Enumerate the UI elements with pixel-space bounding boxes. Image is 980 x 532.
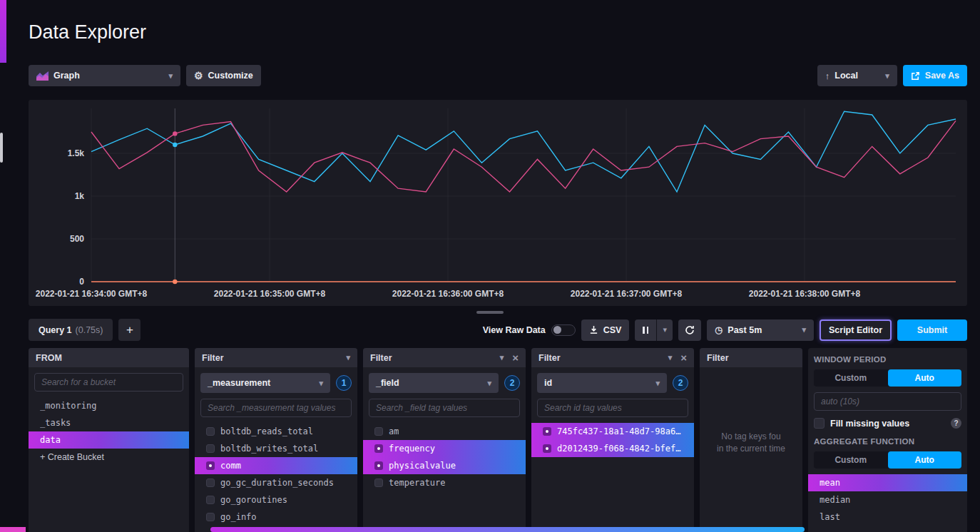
upload-icon: ↑ [825,71,830,81]
query-controls: Query 1 (0.75s) + View Raw Data CSV [29,319,967,341]
script-editor-button[interactable]: Script Editor [820,319,892,341]
refresh-button[interactable] [678,319,701,341]
close-icon[interactable]: × [512,352,519,363]
tag-value-item[interactable]: frequency [363,440,526,457]
function-item[interactable]: last [808,508,967,526]
view-raw-data-toggle[interactable] [551,324,576,336]
create-bucket-button[interactable]: + Create Bucket [29,449,189,466]
pause-icon [643,327,645,334]
from-panel-header: FROM [29,348,189,367]
aggregate-custom-button[interactable]: Custom [814,451,888,469]
scrollbar-thumb[interactable] [210,527,805,532]
list-item-label: boltdb_writes_total [220,444,318,454]
tag-value-item[interactable]: physicalvalue [363,457,526,474]
help-icon[interactable]: ? [951,418,961,429]
bucket-search-input[interactable] [34,373,183,392]
add-query-button[interactable]: + [118,319,141,341]
local-dropdown[interactable]: ↑ Local ▾ [817,65,897,86]
pause-button[interactable] [635,319,656,341]
chevron-down-icon[interactable]: ▾ [500,353,504,362]
list-item-label: mean [820,478,840,488]
tag-key-dropdown[interactable]: _measurement ▾ [200,373,330,393]
fill-missing-values-label: Fill missing values [830,419,945,429]
window-period-input[interactable] [814,392,961,411]
scrollbar-corner-thumb[interactable] [0,527,26,532]
tag-key-dropdown[interactable]: _field ▾ [369,373,499,393]
tag-value-item[interactable]: am [363,423,526,440]
save-as-button[interactable]: Save As [903,65,967,86]
time-range-dropdown[interactable]: ◷ Past 5m ▾ [707,319,814,341]
tag-value-item[interactable]: 745fc437-18a1-48d7-98a6-7… [531,423,694,440]
svg-text:2022-01-21 16:36:00 GMT+8: 2022-01-21 16:36:00 GMT+8 [392,289,504,299]
left-accent-strip [0,0,6,63]
tag-value-list: boltdb_reads_totalboltdb_writes_totalcom… [195,423,357,526]
tag-value-item[interactable]: go_info [195,508,357,526]
filter-panel-id: Filter ▾ × id ▾ 2 745fc437-18a1-48d7-98a… [531,348,694,532]
chevron-down-icon[interactable]: ▾ [346,353,350,362]
bucket-item[interactable]: _monitoring [29,397,189,414]
toggle-knob [553,326,561,334]
query-builder: FROM _monitoring_tasksdata+ Create Bucke… [29,348,967,532]
tag-key-label: _field [376,378,399,388]
local-label: Local [834,71,858,81]
aggregate-auto-button[interactable]: Auto [888,451,962,469]
timeseries-chart[interactable]: 05001k1.5k2022-01-21 16:34:00 GMT+82022-… [29,100,967,306]
list-item-label: data [40,435,61,445]
checkbox-icon [543,427,551,436]
tag-value-item[interactable]: go_goroutines [195,491,357,508]
submit-button[interactable]: Submit [897,319,967,341]
checkbox-icon [206,496,215,504]
tag-key-label: _measurement [208,378,270,388]
customize-label: Customize [208,71,253,81]
tag-key-dropdown[interactable]: id ▾ [537,373,667,393]
tag-value-item[interactable]: boltdb_writes_total [195,440,357,457]
chevron-down-icon: ▾ [655,379,660,388]
pause-dropdown-button[interactable]: ▾ [657,319,673,341]
checkbox-icon [374,461,383,470]
checkbox-icon [206,461,215,470]
bucket-item[interactable]: _tasks [29,414,189,431]
tag-value-item[interactable]: temperature [363,474,526,491]
clock-icon: ◷ [715,324,723,335]
aggregate-function-list: meanmedianlast [808,474,967,526]
function-item[interactable]: median [808,491,967,508]
save-as-label: Save As [925,71,959,81]
tag-value-search-input[interactable] [369,399,520,417]
chart-panel: 05001k1.5k2022-01-21 16:34:00 GMT+82022-… [29,100,967,306]
query-tab[interactable]: Query 1 (0.75s) [29,319,113,341]
tag-value-item[interactable]: d2012439-f068-4842-bfef-8… [531,440,694,457]
selected-count-badge: 1 [336,375,352,391]
list-item-label: 745fc437-18a1-48d7-98a6-7… [557,426,683,436]
tag-value-item[interactable]: comm [195,457,357,474]
customize-button[interactable]: ⚙ Customize [186,65,261,86]
filter-panel-field: Filter ▾ × _field ▾ 2 amfrequencyphysica… [363,348,526,532]
tag-value-search-input[interactable] [537,399,688,417]
fill-missing-values-checkbox[interactable] [814,418,825,429]
vertical-scrollbar[interactable] [0,133,3,163]
graph-icon [36,71,49,81]
tag-value-search-input[interactable] [200,399,352,417]
panel-resize-handle[interactable] [476,311,504,314]
export-icon [911,71,920,81]
checkbox-icon [374,427,383,436]
toolbar: Graph ▾ ⚙ Customize ↑ Local ▾ Save As [29,65,967,86]
close-icon[interactable]: × [680,352,687,363]
selected-count-badge: 2 [673,375,688,391]
list-item-label: go_goroutines [220,495,287,505]
list-item-label: median [820,495,850,505]
chevron-down-icon[interactable]: ▾ [668,353,673,362]
function-item[interactable]: mean [808,474,967,491]
bucket-item[interactable]: data [29,431,189,449]
list-item-label: go_gc_duration_seconds [220,478,334,488]
pause-split-button: ▾ [635,319,673,341]
csv-download-button[interactable]: CSV [581,319,630,341]
tag-value-item[interactable]: boltdb_reads_total [195,423,357,440]
window-auto-button[interactable]: Auto [888,369,962,387]
from-panel: FROM _monitoring_tasksdata+ Create Bucke… [29,348,189,532]
filter-panel-measurement: Filter ▾ _measurement ▾ 1 boltdb_reads_t… [195,348,357,532]
tag-value-item[interactable]: go_gc_duration_seconds [195,474,357,491]
window-custom-button[interactable]: Custom [814,369,888,387]
chevron-down-icon: ▾ [487,379,491,388]
view-type-dropdown[interactable]: Graph ▾ [29,65,180,86]
data-explorer-app: Data Explorer Graph ▾ ⚙ Customize ↑ Loca… [0,0,980,532]
